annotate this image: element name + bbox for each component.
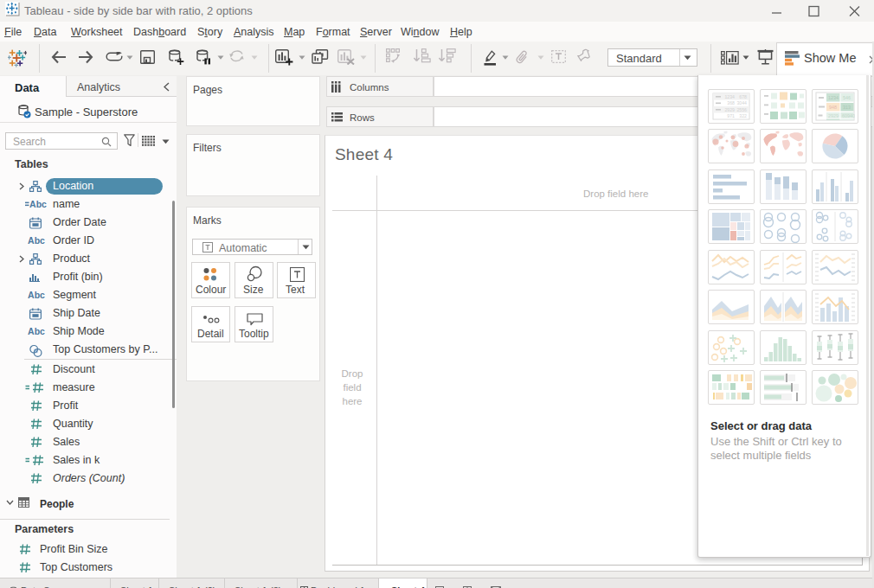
svg-text:1234: 1234 bbox=[828, 94, 839, 99]
svg-text:Abc: Abc bbox=[28, 326, 45, 336]
svg-text:313: 313 bbox=[843, 104, 851, 109]
svg-text:3044: 3044 bbox=[736, 100, 747, 105]
svg-text:322: 322 bbox=[739, 113, 747, 118]
svg-text:368: 368 bbox=[727, 100, 735, 105]
svg-text:2929: 2929 bbox=[828, 112, 839, 118]
svg-text:2556: 2556 bbox=[736, 106, 747, 112]
svg-text:Abc: Abc bbox=[28, 290, 45, 300]
svg-text:678: 678 bbox=[739, 93, 747, 99]
svg-text:546: 546 bbox=[843, 94, 851, 99]
svg-text:Abc: Abc bbox=[29, 199, 47, 209]
svg-text:60940: 60940 bbox=[842, 112, 855, 118]
svg-text:948: 948 bbox=[829, 104, 837, 109]
svg-text:Abc: Abc bbox=[28, 235, 45, 246]
svg-text:2929: 2929 bbox=[724, 106, 735, 112]
svg-text:971: 971 bbox=[727, 113, 735, 118]
svg-text:1234: 1234 bbox=[724, 93, 735, 99]
